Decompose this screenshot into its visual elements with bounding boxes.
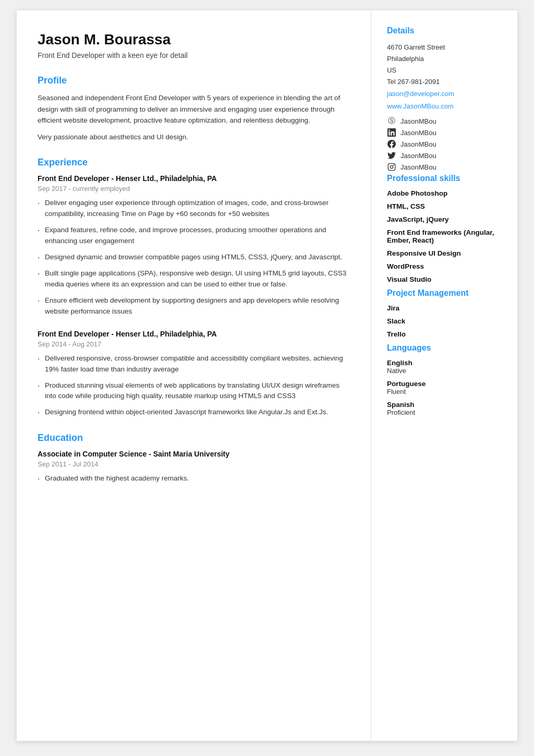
skill-item: Visual Studio — [387, 275, 502, 283]
job-date-2: Sep 2014 - Aug 2017 — [38, 340, 350, 348]
profile-paragraph1: Seasoned and independent Front End Devel… — [38, 92, 350, 126]
linkedin-handle: JasonMBou — [400, 129, 436, 137]
job-bullets-1: Deliver engaging user experience through… — [38, 198, 350, 317]
right-column: Details 4670 Garrett Street Philadelphia… — [371, 10, 517, 741]
facebook-icon — [387, 139, 396, 149]
education-degree-1: Associate in Computer Science - Saint Ma… — [38, 450, 350, 458]
job-block-2: Front End Developer - Henser Ltd., Phila… — [38, 330, 350, 418]
education-section: Education Associate in Computer Science … — [38, 433, 350, 484]
website-link[interactable]: www.JasonMBou.com — [387, 100, 502, 112]
education-bullets-1: Graduated with the highest academy remar… — [38, 473, 350, 484]
svg-rect-0 — [388, 163, 395, 170]
twitter-icon — [387, 151, 396, 160]
skype-icon: Ⓢ — [387, 116, 396, 126]
address-line3: US — [387, 65, 502, 76]
job-title-2: Front End Developer - Henser Ltd., Phila… — [38, 330, 350, 338]
lang-level-2: Fluent — [387, 388, 502, 395]
list-item: Designed dynamic and browser compatible … — [38, 252, 350, 263]
candidate-tagline: Front End Developer with a keen eye for … — [38, 51, 350, 59]
details-title: Details — [387, 26, 502, 35]
education-title: Education — [38, 433, 350, 443]
social-skype: Ⓢ JasonMBou — [387, 116, 502, 126]
svg-point-1 — [390, 165, 393, 168]
project-management-section: Project Management Jira Slack Trello — [387, 289, 502, 338]
list-item: Ensure efficient web development by supp… — [38, 295, 350, 317]
instagram-handle: JasonMBou — [400, 163, 436, 171]
skill-item: WordPress — [387, 262, 502, 270]
profile-title: Profile — [38, 75, 350, 86]
education-entry-1: Associate in Computer Science - Saint Ma… — [38, 450, 350, 484]
lang-level-1: Native — [387, 367, 502, 375]
profile-section: Profile Seasoned and independent Front E… — [38, 75, 350, 142]
lang-name-1: English — [387, 359, 502, 367]
left-column: Jason M. Bourassa Front End Developer wi… — [17, 10, 371, 741]
resume-page: Jason M. Bourassa Front End Developer wi… — [17, 10, 517, 741]
skype-handle: JasonMBou — [400, 117, 436, 125]
list-item: Deliver engaging user experience through… — [38, 198, 350, 220]
profile-paragraph2: Very passionate about aesthetics and UI … — [38, 131, 350, 143]
lang-level-3: Proficient — [387, 409, 502, 416]
experience-section: Experience Front End Developer - Henser … — [38, 157, 350, 418]
instagram-icon — [387, 162, 396, 172]
job-block-1: Front End Developer - Henser Ltd., Phila… — [38, 174, 350, 317]
professional-skills-section: Professional skills Adobe Photoshop HTML… — [387, 174, 502, 283]
experience-title: Experience — [38, 157, 350, 168]
tel: Tel 267-981-2091 — [387, 76, 502, 88]
project-management-title: Project Management — [387, 289, 502, 298]
lang-name-2: Portuguese — [387, 380, 502, 388]
education-date-1: Sep 2011 - Jul 2014 — [38, 460, 350, 468]
social-linkedin: JasonMBou — [387, 128, 502, 137]
project-item: Jira — [387, 304, 502, 312]
social-twitter: JasonMBou — [387, 151, 502, 160]
languages-title: Languages — [387, 343, 502, 353]
skill-item: HTML, CSS — [387, 202, 502, 210]
twitter-handle: JasonMBou — [400, 152, 436, 160]
job-date-1: Sep 2017 - currently employed — [38, 185, 350, 193]
skill-item: Responsive UI Design — [387, 249, 502, 257]
list-item: Designing frontend within object-oriente… — [38, 407, 350, 418]
project-item: Trello — [387, 330, 502, 338]
skill-item: JavaScript, jQuery — [387, 215, 502, 223]
list-item: Produced stunning visual elements of web… — [38, 380, 350, 402]
list-item: Expand features, refine code, and improv… — [38, 225, 350, 247]
facebook-handle: JasonMBou — [400, 140, 436, 148]
job-bullets-2: Delivered responsive, cross-browser comp… — [38, 353, 350, 418]
social-instagram: JasonMBou — [387, 162, 502, 172]
linkedin-icon — [387, 128, 396, 137]
job-title-1: Front End Developer - Henser Ltd., Phila… — [38, 174, 350, 183]
email-link[interactable]: jason@developer.com — [387, 88, 502, 100]
address-line2: Philadelphia — [387, 53, 502, 65]
candidate-name: Jason M. Bourassa — [38, 31, 350, 48]
skill-item: Adobe Photoshop — [387, 189, 502, 197]
lang-name-3: Spanish — [387, 401, 502, 409]
social-facebook: JasonMBou — [387, 139, 502, 149]
svg-point-2 — [393, 165, 394, 165]
project-item: Slack — [387, 317, 502, 325]
list-item: Built single page applications (SPA), re… — [38, 268, 350, 290]
list-item: Graduated with the highest academy remar… — [38, 473, 350, 484]
list-item: Delivered responsive, cross-browser comp… — [38, 353, 350, 375]
skill-item: Front End frameworks (Angular, Ember, Re… — [387, 229, 502, 244]
address-line1: 4670 Garrett Street — [387, 42, 502, 53]
languages-section: Languages English Native Portuguese Flue… — [387, 343, 502, 416]
skills-title: Professional skills — [387, 174, 502, 183]
details-section: Details 4670 Garrett Street Philadelphia… — [387, 26, 502, 172]
social-list: Ⓢ JasonMBou JasonMBou JasonMBou — [387, 116, 502, 172]
